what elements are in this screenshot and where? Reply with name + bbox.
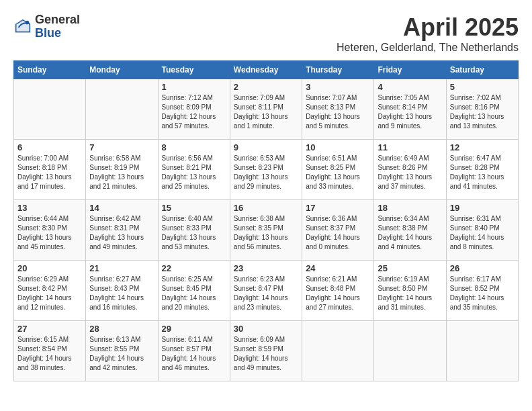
logo-text: General Blue bbox=[35, 13, 80, 40]
day-number: 19 bbox=[450, 203, 515, 213]
day-info: Sunrise: 6:53 AM Sunset: 8:23 PM Dayligh… bbox=[234, 154, 298, 191]
calendar-title: April 2025 bbox=[337, 13, 519, 42]
weekday-header-thursday: Thursday bbox=[302, 61, 374, 79]
day-info: Sunrise: 7:02 AM Sunset: 8:16 PM Dayligh… bbox=[450, 93, 515, 131]
calendar-cell: 1Sunrise: 7:12 AM Sunset: 8:09 PM Daylig… bbox=[158, 79, 230, 140]
calendar-cell: 28Sunrise: 6:13 AM Sunset: 8:55 PM Dayli… bbox=[86, 321, 158, 381]
day-number: 30 bbox=[234, 324, 298, 334]
day-number: 23 bbox=[234, 263, 298, 273]
day-number: 9 bbox=[234, 142, 298, 152]
calendar-week-5: 27Sunrise: 6:15 AM Sunset: 8:54 PM Dayli… bbox=[14, 321, 519, 381]
calendar-cell: 29Sunrise: 6:11 AM Sunset: 8:57 PM Dayli… bbox=[158, 321, 230, 381]
calendar-cell: 30Sunrise: 6:09 AM Sunset: 8:59 PM Dayli… bbox=[230, 321, 302, 381]
logo: General Blue bbox=[13, 13, 80, 40]
day-number: 2 bbox=[234, 82, 298, 92]
svg-point-2 bbox=[26, 20, 30, 24]
day-info: Sunrise: 6:42 AM Sunset: 8:31 PM Dayligh… bbox=[89, 214, 154, 252]
weekday-header-monday: Monday bbox=[86, 61, 158, 79]
logo-icon bbox=[13, 17, 32, 36]
day-number: 26 bbox=[450, 263, 515, 273]
day-number: 13 bbox=[17, 203, 82, 213]
day-number: 1 bbox=[162, 82, 226, 92]
day-info: Sunrise: 7:07 AM Sunset: 8:13 PM Dayligh… bbox=[306, 93, 370, 131]
calendar-cell bbox=[86, 79, 158, 140]
day-info: Sunrise: 6:56 AM Sunset: 8:21 PM Dayligh… bbox=[162, 154, 226, 191]
day-info: Sunrise: 7:09 AM Sunset: 8:11 PM Dayligh… bbox=[234, 93, 298, 131]
day-info: Sunrise: 6:47 AM Sunset: 8:28 PM Dayligh… bbox=[450, 154, 515, 191]
weekday-header-row: SundayMondayTuesdayWednesdayThursdayFrid… bbox=[14, 61, 519, 79]
day-number: 27 bbox=[17, 324, 82, 334]
calendar-cell: 3Sunrise: 7:07 AM Sunset: 8:13 PM Daylig… bbox=[302, 79, 374, 140]
day-info: Sunrise: 6:38 AM Sunset: 8:35 PM Dayligh… bbox=[234, 214, 298, 252]
calendar-cell bbox=[14, 79, 86, 140]
day-info: Sunrise: 6:44 AM Sunset: 8:30 PM Dayligh… bbox=[17, 214, 82, 252]
calendar-cell: 9Sunrise: 6:53 AM Sunset: 8:23 PM Daylig… bbox=[230, 140, 302, 200]
weekday-header-saturday: Saturday bbox=[446, 61, 518, 79]
day-number: 10 bbox=[306, 142, 370, 152]
svg-marker-0 bbox=[15, 19, 31, 33]
calendar-cell: 14Sunrise: 6:42 AM Sunset: 8:31 PM Dayli… bbox=[86, 200, 158, 261]
day-info: Sunrise: 6:09 AM Sunset: 8:59 PM Dayligh… bbox=[234, 335, 298, 373]
calendar-subtitle: Heteren, Gelderland, The Netherlands bbox=[337, 42, 519, 54]
calendar-cell bbox=[374, 321, 446, 381]
calendar-cell: 10Sunrise: 6:51 AM Sunset: 8:25 PM Dayli… bbox=[302, 140, 374, 200]
logo-blue: Blue bbox=[35, 26, 61, 40]
day-number: 7 bbox=[89, 142, 154, 152]
day-number: 20 bbox=[17, 263, 82, 273]
calendar-cell: 8Sunrise: 6:56 AM Sunset: 8:21 PM Daylig… bbox=[158, 140, 230, 200]
calendar-week-4: 20Sunrise: 6:29 AM Sunset: 8:42 PM Dayli… bbox=[14, 261, 519, 321]
calendar-cell: 12Sunrise: 6:47 AM Sunset: 8:28 PM Dayli… bbox=[446, 140, 518, 200]
day-number: 3 bbox=[306, 82, 370, 92]
day-number: 16 bbox=[234, 203, 298, 213]
weekday-header-sunday: Sunday bbox=[14, 61, 86, 79]
calendar-cell: 17Sunrise: 6:36 AM Sunset: 8:37 PM Dayli… bbox=[302, 200, 374, 261]
day-number: 22 bbox=[162, 263, 226, 273]
day-info: Sunrise: 6:17 AM Sunset: 8:52 PM Dayligh… bbox=[450, 275, 515, 312]
day-info: Sunrise: 7:00 AM Sunset: 8:18 PM Dayligh… bbox=[17, 154, 82, 191]
day-info: Sunrise: 6:40 AM Sunset: 8:33 PM Dayligh… bbox=[162, 214, 226, 252]
day-number: 12 bbox=[450, 142, 515, 152]
calendar-cell: 6Sunrise: 7:00 AM Sunset: 8:18 PM Daylig… bbox=[14, 140, 86, 200]
calendar-cell: 27Sunrise: 6:15 AM Sunset: 8:54 PM Dayli… bbox=[14, 321, 86, 381]
calendar-cell: 13Sunrise: 6:44 AM Sunset: 8:30 PM Dayli… bbox=[14, 200, 86, 261]
title-block: April 2025 Heteren, Gelderland, The Neth… bbox=[337, 13, 519, 54]
day-number: 15 bbox=[162, 203, 226, 213]
calendar-cell: 16Sunrise: 6:38 AM Sunset: 8:35 PM Dayli… bbox=[230, 200, 302, 261]
day-info: Sunrise: 6:19 AM Sunset: 8:50 PM Dayligh… bbox=[378, 275, 442, 312]
weekday-header-wednesday: Wednesday bbox=[230, 61, 302, 79]
day-number: 5 bbox=[450, 82, 515, 92]
calendar-cell: 19Sunrise: 6:31 AM Sunset: 8:40 PM Dayli… bbox=[446, 200, 518, 261]
day-info: Sunrise: 6:31 AM Sunset: 8:40 PM Dayligh… bbox=[450, 214, 515, 252]
day-number: 17 bbox=[306, 203, 370, 213]
calendar-cell: 15Sunrise: 6:40 AM Sunset: 8:33 PM Dayli… bbox=[158, 200, 230, 261]
day-info: Sunrise: 6:23 AM Sunset: 8:47 PM Dayligh… bbox=[234, 275, 298, 312]
day-number: 24 bbox=[306, 263, 370, 273]
calendar-week-2: 6Sunrise: 7:00 AM Sunset: 8:18 PM Daylig… bbox=[14, 140, 519, 200]
calendar-cell: 2Sunrise: 7:09 AM Sunset: 8:11 PM Daylig… bbox=[230, 79, 302, 140]
calendar-cell: 25Sunrise: 6:19 AM Sunset: 8:50 PM Dayli… bbox=[374, 261, 446, 321]
day-number: 8 bbox=[162, 142, 226, 152]
day-info: Sunrise: 6:21 AM Sunset: 8:48 PM Dayligh… bbox=[306, 275, 370, 312]
calendar-cell: 7Sunrise: 6:58 AM Sunset: 8:19 PM Daylig… bbox=[86, 140, 158, 200]
day-info: Sunrise: 6:36 AM Sunset: 8:37 PM Dayligh… bbox=[306, 214, 370, 252]
calendar-cell bbox=[446, 321, 518, 381]
day-number: 28 bbox=[89, 324, 154, 334]
calendar-cell: 21Sunrise: 6:27 AM Sunset: 8:43 PM Dayli… bbox=[86, 261, 158, 321]
day-number: 21 bbox=[89, 263, 154, 273]
calendar-cell: 26Sunrise: 6:17 AM Sunset: 8:52 PM Dayli… bbox=[446, 261, 518, 321]
page-header: General Blue April 2025 Heteren, Gelderl… bbox=[13, 13, 519, 54]
day-info: Sunrise: 6:25 AM Sunset: 8:45 PM Dayligh… bbox=[162, 275, 226, 312]
day-info: Sunrise: 6:49 AM Sunset: 8:26 PM Dayligh… bbox=[378, 154, 442, 191]
day-info: Sunrise: 6:13 AM Sunset: 8:55 PM Dayligh… bbox=[89, 335, 154, 373]
calendar-cell: 20Sunrise: 6:29 AM Sunset: 8:42 PM Dayli… bbox=[14, 261, 86, 321]
day-info: Sunrise: 6:58 AM Sunset: 8:19 PM Dayligh… bbox=[89, 154, 154, 191]
day-info: Sunrise: 6:11 AM Sunset: 8:57 PM Dayligh… bbox=[162, 335, 226, 373]
day-info: Sunrise: 7:12 AM Sunset: 8:09 PM Dayligh… bbox=[162, 93, 226, 131]
day-info: Sunrise: 6:29 AM Sunset: 8:42 PM Dayligh… bbox=[17, 275, 82, 312]
day-number: 29 bbox=[162, 324, 226, 334]
calendar-cell bbox=[302, 321, 374, 381]
day-number: 6 bbox=[17, 142, 82, 152]
day-number: 18 bbox=[378, 203, 442, 213]
calendar-cell: 22Sunrise: 6:25 AM Sunset: 8:45 PM Dayli… bbox=[158, 261, 230, 321]
calendar-cell: 18Sunrise: 6:34 AM Sunset: 8:38 PM Dayli… bbox=[374, 200, 446, 261]
